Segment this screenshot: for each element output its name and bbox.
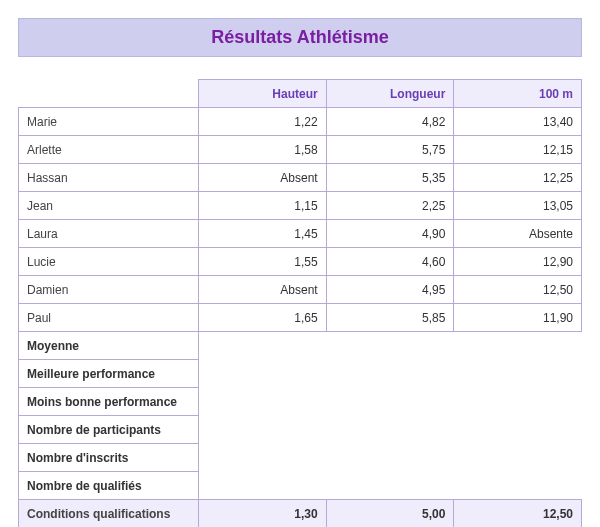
result-cell: Absent <box>199 276 327 304</box>
qualification-row: Conditions qualifications1,305,0012,50 <box>19 500 582 528</box>
result-cell: 1,22 <box>199 108 327 136</box>
table-row: Lucie1,554,6012,90 <box>19 248 582 276</box>
title-bar: Résultats Athlétisme <box>18 18 582 57</box>
summary-label: Moins bonne performance <box>19 388 199 416</box>
summary-empty-cell <box>454 360 582 388</box>
summary-row: Nombre de qualifiés <box>19 472 582 500</box>
summary-label: Nombre de qualifiés <box>19 472 199 500</box>
result-cell: 5,85 <box>326 304 454 332</box>
summary-empty-cell <box>199 416 327 444</box>
summary-empty-cell <box>326 332 454 360</box>
result-cell: 12,50 <box>454 276 582 304</box>
summary-empty-cell <box>199 332 327 360</box>
athlete-name: Lucie <box>19 248 199 276</box>
summary-empty-cell <box>326 388 454 416</box>
result-cell: 1,65 <box>199 304 327 332</box>
qualification-value: 5,00 <box>326 500 454 528</box>
summary-empty-cell <box>199 388 327 416</box>
summary-empty-cell <box>199 472 327 500</box>
qualification-label: Conditions qualifications <box>19 500 199 528</box>
athlete-name: Marie <box>19 108 199 136</box>
table-row: Paul1,655,8511,90 <box>19 304 582 332</box>
summary-empty-cell <box>454 416 582 444</box>
summary-label: Moyenne <box>19 332 199 360</box>
header-100m: 100 m <box>454 80 582 108</box>
summary-empty-cell <box>454 444 582 472</box>
result-cell: 4,95 <box>326 276 454 304</box>
qualification-value: 1,30 <box>199 500 327 528</box>
result-cell: 13,40 <box>454 108 582 136</box>
result-cell: Absent <box>199 164 327 192</box>
result-cell: 12,25 <box>454 164 582 192</box>
summary-empty-cell <box>454 388 582 416</box>
athlete-name: Laura <box>19 220 199 248</box>
table-row: Jean1,152,2513,05 <box>19 192 582 220</box>
summary-empty-cell <box>454 332 582 360</box>
result-cell: 5,35 <box>326 164 454 192</box>
summary-row: Nombre d'inscrits <box>19 444 582 472</box>
athlete-name: Hassan <box>19 164 199 192</box>
result-cell: 5,75 <box>326 136 454 164</box>
result-cell: 13,05 <box>454 192 582 220</box>
result-cell: 1,45 <box>199 220 327 248</box>
summary-row: Moins bonne performance <box>19 388 582 416</box>
result-cell: 2,25 <box>326 192 454 220</box>
table-header-row: Hauteur Longueur 100 m <box>19 80 582 108</box>
athlete-name: Damien <box>19 276 199 304</box>
summary-label: Nombre d'inscrits <box>19 444 199 472</box>
summary-row: Moyenne <box>19 332 582 360</box>
results-table: Hauteur Longueur 100 m Marie1,224,8213,4… <box>18 79 582 527</box>
summary-row: Meilleure performance <box>19 360 582 388</box>
header-longueur: Longueur <box>326 80 454 108</box>
page-title: Résultats Athlétisme <box>19 27 581 48</box>
result-cell: 1,58 <box>199 136 327 164</box>
table-row: Laura1,454,90Absente <box>19 220 582 248</box>
athlete-name: Jean <box>19 192 199 220</box>
athlete-name: Arlette <box>19 136 199 164</box>
result-cell: 11,90 <box>454 304 582 332</box>
athlete-name: Paul <box>19 304 199 332</box>
result-cell: 4,60 <box>326 248 454 276</box>
table-row: Arlette1,585,7512,15 <box>19 136 582 164</box>
summary-empty-cell <box>454 472 582 500</box>
summary-label: Nombre de participants <box>19 416 199 444</box>
summary-empty-cell <box>326 444 454 472</box>
summary-empty-cell <box>326 416 454 444</box>
result-cell: 1,15 <box>199 192 327 220</box>
summary-row: Nombre de participants <box>19 416 582 444</box>
result-cell: Absente <box>454 220 582 248</box>
result-cell: 4,82 <box>326 108 454 136</box>
qualification-value: 12,50 <box>454 500 582 528</box>
summary-empty-cell <box>326 472 454 500</box>
table-row: Marie1,224,8213,40 <box>19 108 582 136</box>
summary-label: Meilleure performance <box>19 360 199 388</box>
result-cell: 12,90 <box>454 248 582 276</box>
result-cell: 4,90 <box>326 220 454 248</box>
header-hauteur: Hauteur <box>199 80 327 108</box>
result-cell: 12,15 <box>454 136 582 164</box>
table-row: DamienAbsent4,9512,50 <box>19 276 582 304</box>
header-blank <box>19 80 199 108</box>
summary-empty-cell <box>199 444 327 472</box>
summary-empty-cell <box>326 360 454 388</box>
result-cell: 1,55 <box>199 248 327 276</box>
table-row: HassanAbsent5,3512,25 <box>19 164 582 192</box>
summary-empty-cell <box>199 360 327 388</box>
